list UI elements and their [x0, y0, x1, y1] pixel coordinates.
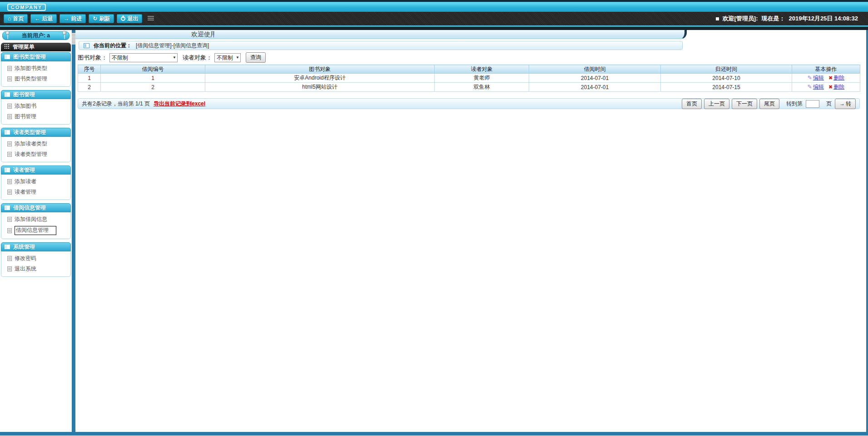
current-user-label: 当前用户: a — [22, 32, 50, 39]
home-icon: ⌂ — [8, 16, 11, 21]
export-excel-link[interactable]: 导出当前记录到excel — [154, 100, 205, 108]
document-icon — [7, 114, 12, 119]
datetime-text: 2019年12月25日 14:08:32 — [789, 15, 858, 23]
menu-title-bar: 管理菜单 — [1, 43, 71, 51]
sidebar-item[interactable]: 图书类型管理 — [1, 74, 70, 84]
sidebar-item[interactable]: 退出系统 — [1, 264, 70, 274]
menu-group-title: 系统管理 — [13, 243, 35, 251]
sidebar-item-label: 添加读者 — [15, 178, 36, 185]
sidebar-item-label: 读者类型管理 — [15, 150, 47, 158]
table-cell: 2014-07-10 — [661, 74, 792, 83]
pin-icon[interactable] — [5, 31, 10, 35]
toolbar-button-refresh[interactable]: ↻刷新 — [89, 14, 114, 23]
toolbar-button-label: 退出 — [127, 15, 138, 23]
sidebar-item[interactable]: 修改密码 — [1, 253, 70, 264]
menu-group: 读者管理添加读者读者管理 — [1, 165, 71, 200]
pin-icon[interactable] — [62, 31, 66, 35]
menu-title-label: 管理菜单 — [13, 43, 35, 51]
sidebar-item[interactable]: 添加借阅信息 — [1, 214, 70, 225]
sidebar-item-label: 退出系统 — [15, 265, 36, 273]
location-icon — [84, 43, 89, 48]
column-header: 基本操作 — [792, 65, 860, 74]
document-icon — [7, 141, 12, 146]
toolbar-button-home[interactable]: ⌂首页 — [4, 14, 28, 23]
sidebar-item-label: 添加读者类型 — [15, 140, 47, 148]
frame-top-border — [0, 27, 868, 30]
menu-group-items: 添加读者类型读者类型管理 — [1, 137, 71, 162]
bullet-icon — [716, 17, 719, 20]
search-button[interactable]: 查询 — [246, 52, 266, 63]
table-cell: html5网站设计 — [205, 83, 435, 92]
edit-link[interactable]: 编辑 — [813, 75, 824, 81]
sidebar-item[interactable]: 读者管理 — [1, 187, 70, 197]
column-header: 读者对象 — [435, 65, 529, 74]
edit-icon: ✎ — [808, 84, 812, 90]
operations-cell: ✎编辑✖删除 — [792, 74, 860, 83]
sidebar-item[interactable]: 添加读者 — [1, 176, 70, 187]
menu-group-header[interactable]: 图书管理 — [1, 90, 71, 99]
menu-group-items: 添加读者读者管理 — [1, 175, 71, 200]
delete-link[interactable]: 删除 — [833, 75, 844, 81]
sidebar-item[interactable]: 图书管理 — [1, 111, 70, 122]
menu-group-header[interactable]: 系统管理 — [1, 242, 71, 251]
sidebar-item[interactable]: 借阅信息管理 — [1, 225, 70, 236]
menu-group-header[interactable]: 借阅信息管理 — [1, 203, 71, 212]
book-filter-label: 图书对象： — [78, 54, 107, 62]
table-cell: 2 — [78, 83, 101, 92]
table-cell: 2014-07-01 — [529, 74, 661, 83]
goto-page-input[interactable] — [806, 100, 819, 108]
table-row: 11安卓Android程序设计黄老师2014-07-012014-07-10✎编… — [78, 74, 860, 83]
prev-page-button[interactable]: 上一页 — [704, 99, 729, 109]
reader-filter-select[interactable]: 不限制 — [214, 53, 241, 62]
menu-group-header[interactable]: 读者管理 — [1, 165, 71, 175]
edit-icon: ✎ — [808, 75, 812, 81]
back-icon: ← — [35, 16, 40, 21]
breadcrumb-path: [借阅信息管理]-[借阅信息查询] — [136, 42, 209, 50]
table-cell: 2 — [101, 83, 205, 92]
menu-group-items: 添加图书类型图书类型管理 — [1, 61, 71, 87]
window-icon — [5, 92, 10, 97]
welcome-text: 欢迎[管理员]: — [723, 15, 758, 23]
delete-icon: ✖ — [828, 84, 833, 90]
records-table: 序号借阅编号图书对象读者对象借阅时间归还时间基本操作 11安卓Android程序… — [78, 65, 860, 92]
first-page-button[interactable]: 首页 — [682, 99, 702, 109]
sidebar-item[interactable]: 添加图书类型 — [1, 63, 70, 74]
main-panel: 欢迎使用 你当前的位置： [借阅信息管理]-[借阅信息查询] 图书对象： 不限制… — [75, 30, 868, 432]
menu-group-title: 读者管理 — [13, 166, 35, 174]
menu-group-items: 添加图书图书管理 — [1, 99, 71, 125]
breadcrumb: 你当前的位置： [借阅信息管理]-[借阅信息查询] — [79, 41, 683, 50]
toolbar-button-back[interactable]: ←后退 — [30, 14, 57, 23]
table-row: 22html5网站设计双鱼林2014-07-012014-07-15✎编辑✖删除 — [78, 83, 860, 92]
menu-group-items: 添加借阅信息借阅信息管理 — [1, 212, 71, 239]
document-icon — [7, 256, 12, 261]
power-icon — [121, 16, 125, 21]
go-button[interactable]: →转 — [835, 99, 856, 109]
sidebar-item[interactable]: 添加图书 — [1, 101, 70, 111]
last-page-button[interactable]: 尾页 — [759, 99, 779, 109]
toolbar-button-power[interactable]: 退出 — [117, 14, 142, 23]
sidebar-item-label: 图书类型管理 — [15, 75, 47, 83]
breadcrumb-label: 你当前的位置： — [94, 42, 132, 50]
next-page-button[interactable]: 下一页 — [732, 99, 757, 109]
splitter — [72, 30, 75, 432]
menu-group-header[interactable]: 图书类型管理 — [1, 52, 71, 61]
menu-group-header[interactable]: 读者类型管理 — [1, 128, 71, 137]
book-filter-select[interactable]: 不限制 — [109, 53, 178, 62]
column-header: 序号 — [78, 65, 101, 74]
menu-group-title: 读者类型管理 — [13, 129, 46, 136]
menu-grip-icon[interactable] — [148, 16, 154, 21]
go-button-label: 转 — [846, 100, 851, 107]
toolbar-button-label: 后退 — [42, 15, 53, 23]
grid-icon — [5, 46, 5, 47]
reader-filter-label: 读者对象： — [183, 54, 212, 62]
tab-welcome: 欢迎使用 — [191, 30, 214, 39]
delete-link[interactable]: 删除 — [833, 84, 844, 90]
splitter-grip[interactable] — [72, 33, 75, 45]
records-count-text: 共有2条记录，当前第 1/1 页 — [82, 100, 150, 108]
edit-link[interactable]: 编辑 — [813, 84, 824, 90]
sidebar-item[interactable]: 读者类型管理 — [1, 149, 70, 160]
toolbar-button-label: 刷新 — [99, 15, 110, 23]
toolbar-button-forward[interactable]: →前进 — [60, 14, 86, 23]
document-icon — [7, 66, 12, 71]
sidebar-item[interactable]: 添加读者类型 — [1, 139, 70, 149]
